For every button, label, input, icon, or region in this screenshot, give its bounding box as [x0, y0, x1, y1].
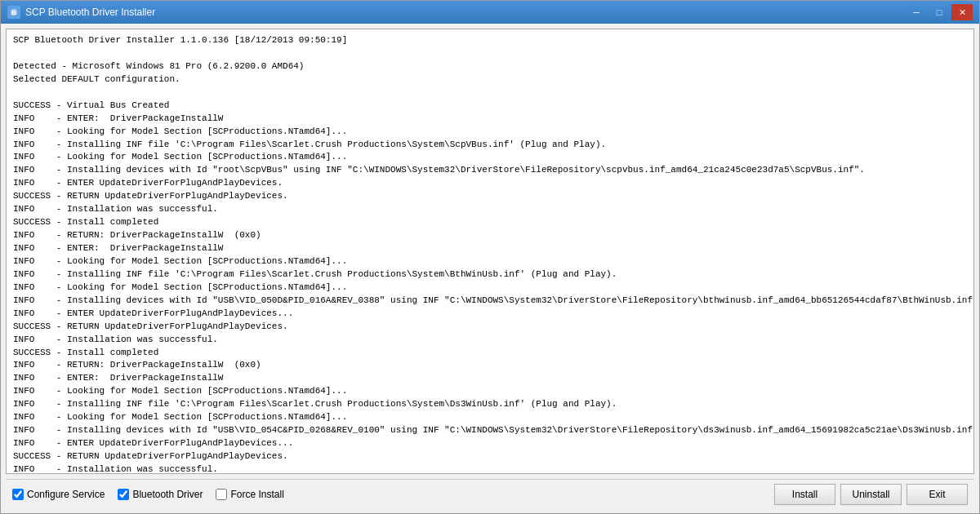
uninstall-button[interactable]: Uninstall [840, 484, 902, 505]
footer-checkboxes: Configure Service Bluetooth Driver Force… [12, 489, 284, 500]
configure-service-label: Configure Service [27, 489, 105, 500]
close-button[interactable]: ✕ [951, 4, 973, 20]
svg-text:B: B [11, 9, 16, 16]
maximize-button[interactable]: □ [929, 4, 950, 20]
title-bar-controls: ─ □ ✕ [906, 4, 973, 20]
bluetooth-driver-checkbox[interactable]: Bluetooth Driver [118, 489, 203, 500]
app-icon: B [7, 6, 20, 19]
minimize-button[interactable]: ─ [906, 4, 927, 20]
window-title: SCP Bluetooth Driver Installer [25, 7, 155, 18]
exit-button[interactable]: Exit [906, 484, 968, 505]
force-install-checkbox[interactable]: Force Install [216, 489, 283, 500]
bluetooth-driver-label: Bluetooth Driver [132, 489, 203, 500]
window-body: Configure Service Bluetooth Driver Force… [1, 24, 979, 513]
footer-bar: Configure Service Bluetooth Driver Force… [6, 479, 974, 508]
main-window: B SCP Bluetooth Driver Installer ─ □ ✕ C… [0, 0, 980, 514]
footer-buttons: Install Uninstall Exit [774, 484, 968, 505]
configure-service-checkbox[interactable]: Configure Service [12, 489, 105, 500]
log-container [6, 29, 974, 474]
force-install-label: Force Install [230, 489, 283, 500]
title-bar: B SCP Bluetooth Driver Installer ─ □ ✕ [1, 1, 979, 24]
install-button[interactable]: Install [774, 484, 835, 505]
title-bar-left: B SCP Bluetooth Driver Installer [7, 6, 155, 19]
log-output[interactable] [7, 29, 973, 473]
